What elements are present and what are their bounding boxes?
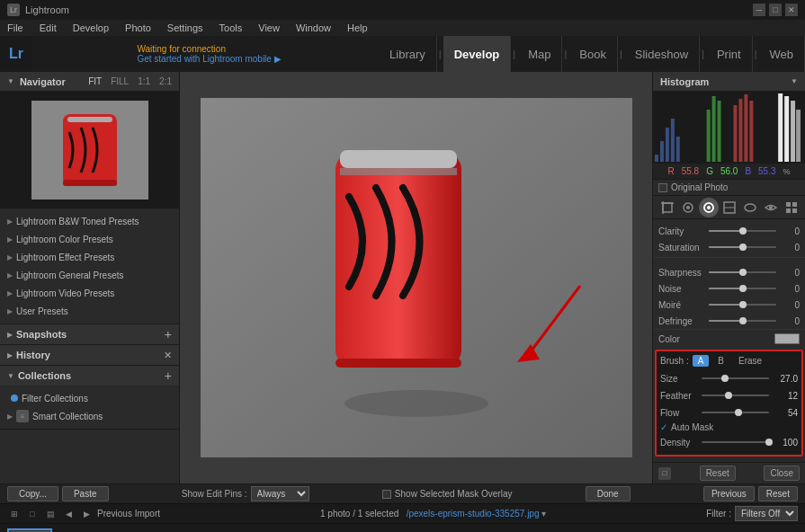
density-track[interactable] [702, 441, 769, 443]
dropdown-icon[interactable]: ▾ [541, 509, 546, 519]
presets-tool-icon[interactable] [782, 198, 801, 217]
original-photo-checkbox[interactable] [658, 183, 667, 192]
moire-track[interactable] [709, 304, 776, 306]
collections-add-icon[interactable]: + [165, 368, 172, 383]
show-edit-select[interactable]: Always Selected Never [251, 486, 309, 501]
window-controls: ─ □ ✕ [753, 4, 798, 16]
brush-tool-icon[interactable] [699, 198, 719, 217]
svg-rect-14 [660, 141, 664, 162]
previous-button[interactable]: Previous [703, 486, 755, 501]
minimize-button[interactable]: ─ [753, 4, 765, 16]
close-button[interactable]: Close [764, 466, 800, 481]
module-library[interactable]: Library [379, 36, 437, 72]
redeye-tool-icon[interactable] [761, 198, 781, 217]
snapshots-header[interactable]: ▶ Snapshots + [0, 324, 179, 344]
module-print[interactable]: Print [706, 36, 753, 72]
smart-collections-icon: ≡ [16, 410, 29, 422]
reset-button[interactable]: Reset [700, 466, 736, 481]
sharpness-track[interactable] [709, 271, 776, 273]
zoom-fill[interactable]: FILL [111, 76, 129, 86]
svg-rect-23 [744, 94, 747, 162]
zoom-2-1[interactable]: 2:1 [159, 76, 172, 86]
menu-photo[interactable]: Photo [121, 22, 155, 33]
navigator-header[interactable]: ▼ Navigator FIT FILL 1:1 2:1 [0, 72, 179, 92]
module-book[interactable]: Book [568, 36, 618, 72]
preset-group-color[interactable]: ▶ Lightroom Color Presets [0, 230, 179, 248]
filter-select[interactable]: Filters Off Flagged Rated [735, 506, 798, 521]
snapshots-add-icon[interactable]: + [165, 327, 172, 341]
loupe-view-icon[interactable]: □ [25, 507, 40, 521]
sharpness-value: 0 [780, 268, 800, 278]
module-map[interactable]: Map [517, 36, 562, 72]
radial-tool-icon[interactable] [740, 198, 760, 217]
flow-value: 54 [773, 408, 798, 418]
saturation-label: Saturation [658, 243, 705, 253]
heal-tool-icon[interactable] [678, 198, 698, 217]
history-close-icon[interactable]: ✕ [164, 350, 172, 361]
menu-window[interactable]: Window [292, 22, 335, 33]
paste-button[interactable]: Paste [62, 486, 109, 501]
menu-file[interactable]: File [4, 22, 27, 33]
clarity-track[interactable] [709, 230, 776, 232]
preset-group-video[interactable]: ▶ Lightroom Video Presets [0, 284, 179, 302]
menu-develop[interactable]: Develop [69, 22, 112, 33]
defringe-track[interactable] [709, 320, 776, 322]
noise-track[interactable] [709, 288, 776, 289]
zoom-1-1[interactable]: 1:1 [138, 76, 150, 86]
reset-button2[interactable]: Reset [758, 486, 798, 501]
back-icon[interactable]: ◀ [61, 507, 76, 521]
module-web[interactable]: Web [759, 36, 806, 72]
history-header[interactable]: ▶ History ✕ [0, 345, 179, 365]
done-button[interactable]: Done [586, 486, 631, 501]
brush-tab-erase[interactable]: Erase [733, 355, 767, 367]
module-slideshow[interactable]: Slideshow [624, 36, 700, 72]
menu-tools[interactable]: Tools [216, 22, 246, 33]
close-button[interactable]: ✕ [785, 4, 798, 16]
menu-view[interactable]: View [255, 22, 283, 33]
previous-import-label[interactable]: Previous Import [97, 509, 160, 519]
menu-help[interactable]: Help [344, 22, 371, 33]
copy-button[interactable]: Copy... [7, 486, 58, 501]
module-develop[interactable]: Develop [443, 36, 512, 72]
crop-tool-icon[interactable] [657, 198, 677, 217]
connection-action[interactable]: Get started with Lightroom mobile ▶ [137, 54, 281, 64]
brush-label: Brush : [660, 356, 689, 366]
collections-header[interactable]: ▼ Collections + [0, 366, 179, 386]
flow-track[interactable] [702, 412, 769, 413]
rp-panel-icon[interactable]: □ [658, 467, 671, 480]
left-panel: ▼ Navigator FIT FILL 1:1 2:1 [0, 72, 180, 483]
gradient-tool-icon[interactable] [720, 198, 739, 217]
compare-view-icon[interactable]: ▤ [43, 507, 58, 521]
size-track[interactable] [702, 377, 769, 379]
preset-group-effect[interactable]: ▶ Lightroom Effect Presets [0, 248, 179, 266]
color-swatch[interactable] [774, 333, 800, 344]
svg-rect-7 [340, 150, 457, 168]
preset-arrow-icon: ▶ [7, 217, 13, 226]
histogram-header[interactable]: Histogram ▼ [653, 72, 805, 92]
thumbnail-item-1[interactable] [7, 528, 52, 533]
maximize-button[interactable]: □ [769, 4, 782, 16]
automask-label[interactable]: Auto Mask [671, 422, 713, 432]
clarity-label: Clarity [658, 226, 705, 236]
smart-collections-item[interactable]: ▶ ≡ Smart Collections [0, 407, 179, 425]
brush-tab-b[interactable]: B [712, 355, 729, 367]
forward-icon[interactable]: ▶ [79, 507, 94, 521]
feather-track[interactable] [702, 395, 769, 396]
collections-content: Filter Collections ▶ ≡ Smart Collections [0, 386, 179, 429]
menu-settings[interactable]: Settings [164, 22, 207, 33]
saturation-track[interactable] [709, 246, 776, 248]
menu-edit[interactable]: Edit [36, 22, 60, 33]
zoom-fit[interactable]: FIT [88, 76, 102, 86]
preset-group-general[interactable]: ▶ Lightroom General Presets [0, 266, 179, 284]
preset-group-bw[interactable]: ▶ Lightroom B&W Toned Presets [0, 212, 179, 230]
show-mask-checkbox[interactable] [382, 490, 391, 499]
preset-group-user[interactable]: ▶ User Presets [0, 302, 179, 320]
grid-view-icon[interactable]: ⊞ [7, 507, 22, 521]
filter-collections-item[interactable]: Filter Collections [0, 389, 179, 407]
original-photo-row: Original Photo [653, 180, 805, 196]
brush-tab-a[interactable]: A [693, 355, 710, 367]
divider [653, 257, 805, 262]
svg-point-36 [707, 206, 711, 209]
clarity-value: 0 [780, 226, 800, 236]
svg-rect-18 [707, 110, 711, 162]
